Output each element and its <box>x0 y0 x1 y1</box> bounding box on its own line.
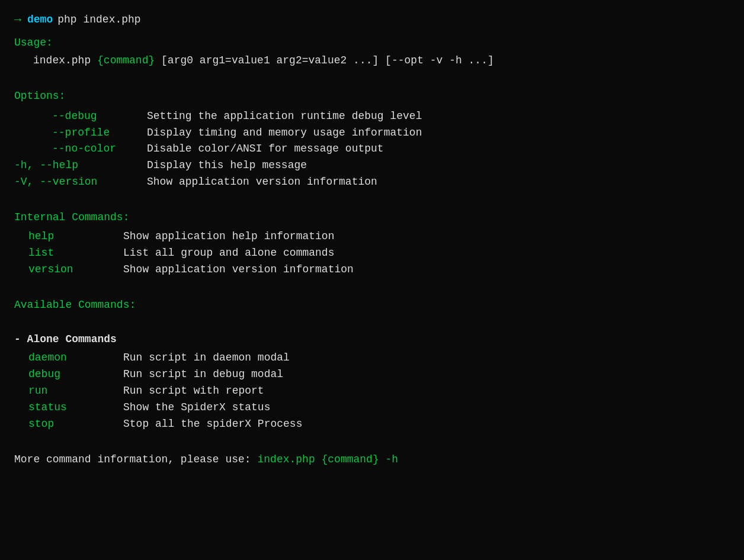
cmd-name-list: list <box>28 245 123 262</box>
options-label: Options: <box>14 88 730 105</box>
prompt-command: php index.php <box>57 12 140 28</box>
arrow-icon: → <box>14 11 21 29</box>
cmd-desc-debug: Run script in debug modal <box>123 366 283 383</box>
alone-commands-header: - Alone Commands <box>14 332 730 348</box>
cmd-row-run: run Run script with report <box>14 383 730 400</box>
option-desc-help: Display this help message <box>147 157 307 174</box>
spacer3 <box>14 278 730 291</box>
footer-line: More command information, please use: in… <box>14 452 730 468</box>
cmd-desc-help: Show application help information <box>123 228 334 245</box>
option-flag-version: -V, --version <box>14 174 147 191</box>
option-desc-debug: Setting the application runtime debug le… <box>147 108 422 125</box>
usage-line: index.php {command} [arg0 arg1=value1 ar… <box>14 53 730 69</box>
cmd-row-version: version Show application version informa… <box>14 262 730 278</box>
spacer <box>14 69 730 82</box>
cmd-name-daemon: daemon <box>28 350 123 366</box>
option-flag-profile: --profile <box>52 125 147 141</box>
footer-prefix: More command information, please use: <box>14 453 251 465</box>
footer-command: index.php {command} -h <box>257 453 398 465</box>
cmd-row-help: help Show application help information <box>14 228 730 245</box>
spacer4 <box>14 315 730 328</box>
cmd-desc-list: List all group and alone commands <box>123 245 334 262</box>
prompt-line: → demo php index.php <box>14 11 730 29</box>
option-row-profile: --profile Display timing and memory usag… <box>14 125 730 141</box>
option-flag-help: -h, --help <box>14 157 147 174</box>
option-flag-no-color: --no-color <box>52 141 147 157</box>
cmd-row-debug: debug Run script in debug modal <box>14 366 730 383</box>
option-row-no-color: --no-color Disable color/ANSI for messag… <box>14 141 730 157</box>
option-desc-profile: Display timing and memory usage informat… <box>147 125 422 141</box>
cmd-name-status: status <box>28 400 123 416</box>
cmd-name-stop: stop <box>28 416 123 433</box>
cmd-row-daemon: daemon Run script in daemon modal <box>14 350 730 366</box>
internal-commands-block: help Show application help information l… <box>14 228 730 278</box>
available-commands-label: Available Commands: <box>14 297 730 314</box>
cmd-name-help: help <box>28 228 123 245</box>
spacer5 <box>14 433 730 446</box>
option-desc-no-color: Disable color/ANSI for message output <box>147 141 384 157</box>
cmd-desc-daemon: Run script in daemon modal <box>123 350 290 366</box>
usage-args: [arg0 arg1=value1 arg2=value2 ...] [--op… <box>161 54 494 66</box>
alone-header-text: - Alone Commands <box>14 333 117 345</box>
usage-script: index.php <box>33 54 91 66</box>
prompt-directory: demo <box>27 12 53 28</box>
option-desc-version: Show application version information <box>147 174 377 191</box>
cmd-desc-version: Show application version information <box>123 262 354 278</box>
options-block: --debug Setting the application runtime … <box>14 108 730 191</box>
cmd-desc-status: Show the SpiderX status <box>123 400 270 416</box>
cmd-row-list: list List all group and alone commands <box>14 245 730 262</box>
internal-commands-label: Internal Commands: <box>14 210 730 226</box>
cmd-name-version: version <box>28 262 123 278</box>
option-row-debug: --debug Setting the application runtime … <box>14 108 730 125</box>
cmd-name-run: run <box>28 383 123 400</box>
option-row-help: -h, --help Display this help message <box>14 157 730 174</box>
option-flag-debug: --debug <box>52 108 147 125</box>
alone-commands-block: daemon Run script in daemon modal debug … <box>14 350 730 432</box>
cmd-name-debug: debug <box>28 366 123 383</box>
cmd-row-stop: stop Stop all the spiderX Process <box>14 416 730 433</box>
option-row-version: -V, --version Show application version i… <box>14 174 730 191</box>
usage-command-placeholder: {command} <box>97 54 155 66</box>
usage-label: Usage: <box>14 35 730 52</box>
cmd-desc-run: Run script with report <box>123 383 264 400</box>
spacer2 <box>14 191 730 204</box>
cmd-row-status: status Show the SpiderX status <box>14 400 730 416</box>
cmd-desc-stop: Stop all the spiderX Process <box>123 416 302 433</box>
